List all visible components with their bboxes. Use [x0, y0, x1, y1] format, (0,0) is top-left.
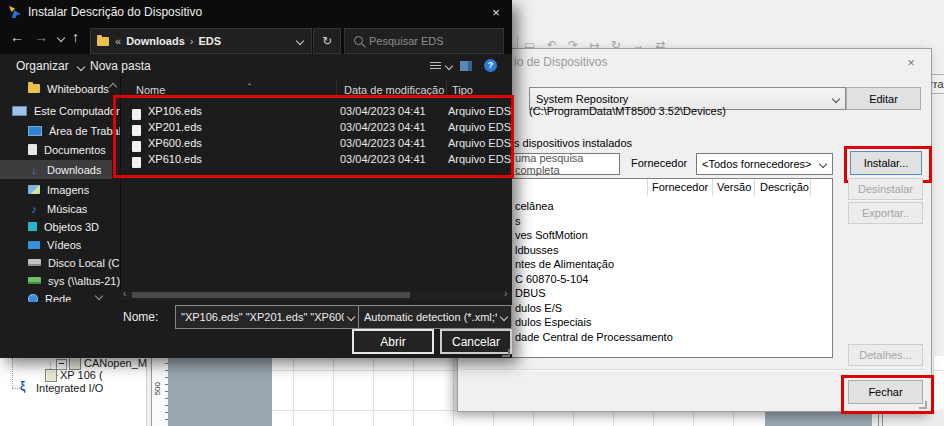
address-bar[interactable]: « Downloads › EDS	[90, 28, 312, 54]
xp106-device-icon	[45, 369, 57, 382]
resize-grip[interactable]	[502, 349, 510, 357]
download-arrow-icon: ↓	[28, 164, 40, 176]
details-button[interactable]: Detalhes...	[848, 344, 923, 366]
chevron-down-icon	[832, 94, 840, 102]
document-icon	[28, 144, 37, 155]
category-row[interactable]: celânea	[515, 200, 554, 212]
cube-icon	[28, 222, 37, 231]
view-chevron-icon[interactable]	[445, 62, 453, 70]
folder-icon	[28, 84, 40, 93]
forward-icon[interactable]: →	[34, 29, 48, 45]
horizontal-scrollbar[interactable]: ‹ ›	[120, 290, 512, 300]
column-separator	[647, 179, 648, 196]
filename-combobox[interactable]: "XP106.eds" "XP201.eds" "XP600.eds" "XP6…	[175, 305, 359, 329]
category-row[interactable]: C 60870-5-104	[515, 273, 588, 285]
organize-label: Organizar	[16, 59, 69, 73]
column-header-version[interactable]: Versão	[717, 181, 751, 193]
vendor-combobox[interactable]: <Todos fornecedores>	[696, 153, 833, 175]
back-icon[interactable]: ←	[10, 29, 24, 45]
category-row[interactable]: dulos E/S	[515, 302, 562, 314]
refresh-button[interactable]: ↻	[313, 28, 341, 54]
chevron-down-icon	[500, 313, 508, 321]
canvas-margin-left	[168, 356, 272, 426]
column-separator	[754, 179, 755, 196]
edit-button[interactable]: Editar	[846, 87, 921, 110]
sidebar-item-videos[interactable]: Vídeos	[28, 236, 120, 253]
file-dialog-title: Instalar Descrição do Dispositivo	[28, 5, 202, 19]
repo-dialog-title: io de Dispositivos	[514, 55, 607, 69]
new-folder-button[interactable]: Nova pasta	[90, 59, 151, 73]
folder-icon	[97, 37, 109, 46]
filetype-combobox[interactable]: Automatic detection (*.xml;*.ec	[358, 305, 512, 329]
file-list-highlight-annotation	[113, 95, 514, 178]
category-row[interactable]: ves SoftMotion	[515, 229, 588, 241]
scrollbar-thumb[interactable]	[132, 292, 410, 298]
vendor-label: Fornecedor	[631, 157, 687, 169]
sidebar-item-music[interactable]: ♪Músicas	[28, 200, 120, 217]
computer-icon	[12, 106, 27, 116]
picture-icon	[28, 185, 40, 194]
tree-item-integrated-io[interactable]: Integrated I/O	[36, 382, 103, 394]
network-drive-icon	[28, 277, 41, 284]
navigation-sidebar: Whiteboards Este Computador Área de Trab…	[0, 76, 120, 302]
column-separator	[810, 179, 811, 196]
category-row[interactable]: dulos Especiais	[515, 316, 591, 328]
install-device-description-dialog: Instalar Descrição do Dispositivo × ← → …	[0, 0, 512, 358]
address-chevron-icon[interactable]	[296, 37, 304, 45]
tree-connector	[12, 358, 14, 388]
sidebar-item-documents[interactable]: Documentos	[28, 141, 120, 158]
screen: ▭ ↶ ↷ ↦ ↻ → ⇄ erra CANopen_M XP 106 ( ξ …	[0, 0, 944, 426]
sidebar-item-local-disk[interactable]: Disco Local (C:)	[28, 254, 120, 271]
category-row[interactable]: s	[515, 215, 521, 227]
category-row[interactable]: ntes de Alimentação	[515, 258, 614, 270]
sidebar-item-3d-objects[interactable]: Objetos 3D	[28, 218, 120, 235]
sidebar-item-this-pc[interactable]: Este Computador	[12, 102, 120, 119]
device-repository-dialog: io de Dispositivos × System Repository E…	[457, 48, 932, 412]
chevron-down-icon	[819, 160, 827, 168]
sidebar-item-network[interactable]: Rede	[28, 290, 120, 302]
view-options-icon[interactable]	[430, 62, 441, 71]
sidebar-item-pictures[interactable]: Imagens	[28, 181, 120, 198]
sidebar-item-desktop[interactable]: Área de Trabalho	[28, 122, 120, 139]
tree-item-xp106[interactable]: XP 106 (	[60, 369, 103, 381]
column-header-vendor[interactable]: Fornecedor	[652, 181, 708, 193]
file-dialog-close-icon[interactable]: ×	[482, 2, 510, 22]
filetype-value: Automatic detection (*.xml;*.ec	[364, 311, 497, 323]
integrated-io-icon: ξ	[20, 379, 25, 393]
location-value: System Repository	[536, 93, 628, 105]
open-button[interactable]: Abrir	[352, 329, 434, 354]
installed-devices-group-label: s dispositivos instalados	[514, 137, 632, 149]
video-icon	[28, 241, 40, 249]
category-row[interactable]: ldbusses	[515, 244, 558, 256]
sidebar-item-sys-share[interactable]: sys (\\altus-21) (	[28, 272, 120, 289]
app-icon	[8, 5, 22, 19]
column-separator	[712, 179, 713, 196]
sidebar-item-downloads[interactable]: ↓Downloads	[28, 161, 120, 178]
search-icon	[354, 36, 363, 45]
breadcrumb-downloads[interactable]: Downloads	[126, 35, 185, 47]
uninstall-button[interactable]: Desinstalar	[848, 178, 923, 200]
preview-pane-icon[interactable]	[460, 61, 472, 71]
tree-connector	[12, 388, 20, 390]
filename-label: Nome:	[123, 310, 158, 324]
resize-grip[interactable]	[919, 401, 927, 409]
category-row[interactable]: dade Central de Processamento	[515, 331, 673, 343]
globe-icon	[28, 294, 38, 303]
repo-close-icon[interactable]: ×	[899, 53, 923, 71]
sort-ascending-icon: ˆ	[248, 82, 251, 92]
breadcrumb-eds[interactable]: EDS	[198, 35, 221, 47]
address-prefix: «	[115, 35, 121, 47]
scroll-left-icon[interactable]: ‹	[123, 288, 126, 299]
tree-item-canopen[interactable]: CANopen_M	[84, 357, 147, 369]
category-row[interactable]: DBUS	[515, 287, 546, 299]
sidebar-item-whiteboards[interactable]: Whiteboards	[28, 80, 120, 97]
search-box[interactable]: Pesquisar EDS	[344, 28, 504, 54]
up-icon[interactable]: ↑	[72, 29, 79, 45]
export-button[interactable]: Exportar..	[848, 202, 923, 224]
help-icon[interactable]: ?	[484, 59, 497, 72]
crumb-separator-icon: ›	[190, 35, 194, 47]
organize-menu[interactable]: Organizar	[16, 59, 84, 73]
scroll-right-icon[interactable]: ›	[504, 288, 507, 299]
device-category-list[interactable]: Fornecedor Versão Descrição celânea s ve…	[471, 178, 833, 358]
column-header-description[interactable]: Descrição	[760, 181, 809, 193]
